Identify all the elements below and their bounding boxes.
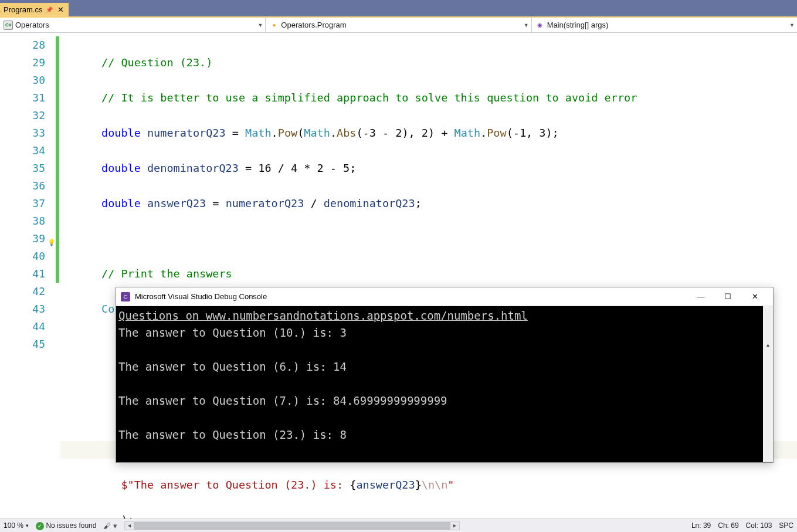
maximize-button[interactable]: ☐ (714, 288, 741, 306)
csharp-icon: C# (4, 21, 13, 30)
scroll-left-icon[interactable]: ◄ (125, 523, 134, 528)
chevron-down-icon[interactable]: ▼ (257, 22, 263, 28)
code-editor[interactable]: 28293031 32333435 36373839 40414243 4445… (0, 33, 797, 519)
status-col[interactable]: Col: 103 (746, 521, 772, 530)
nav-method[interactable]: ◉ Main(string[] args) ▼ (532, 18, 797, 32)
status-line[interactable]: Ln: 39 (691, 521, 711, 530)
line-numbers: 28293031 32333435 36373839 40414243 4445 (0, 33, 56, 519)
method-icon: ◉ (535, 21, 545, 30)
scroll-up-icon[interactable]: ▲ (763, 340, 773, 350)
chevron-down-icon[interactable]: ▼ (524, 22, 529, 28)
nav-namespace[interactable]: C# Operators ▼ (0, 18, 266, 32)
nav-namespace-label: Operators (15, 21, 49, 29)
tab-label: Program.cs (4, 5, 42, 14)
tab-program[interactable]: Program.cs 📌 ✕ (0, 3, 69, 16)
close-icon[interactable]: ✕ (56, 5, 65, 14)
class-icon: 🔸 (269, 21, 279, 30)
console-icon: C (121, 292, 130, 301)
status-ins[interactable]: SPC (779, 521, 793, 530)
pin-icon[interactable]: 📌 (46, 6, 53, 13)
check-icon: ✓ (36, 522, 44, 530)
nav-class-label: Operators.Program (281, 21, 346, 29)
console-output[interactable]: Questions on www.numbersandnotations.app… (116, 306, 773, 462)
debug-console-window[interactable]: C Microsoft Visual Studio Debug Console … (116, 287, 774, 463)
change-indicator (56, 33, 60, 519)
nav-class[interactable]: 🔸 Operators.Program ▼ (266, 18, 531, 32)
horizontal-scrollbar[interactable]: ◄ ► (124, 521, 460, 530)
status-bar: 100 % ▾ ✓ No issues found 🖌 ▾ ◄ ► Ln: 39… (0, 519, 797, 532)
console-title: Microsoft Visual Studio Debug Console (135, 292, 683, 301)
tab-bar: Program.cs 📌 ✕ (0, 0, 797, 16)
close-button[interactable]: ✕ (741, 288, 768, 306)
console-scrollbar[interactable]: ▲ ▼ (763, 306, 773, 462)
scroll-right-icon[interactable]: ► (450, 523, 459, 528)
issues-status[interactable]: ✓ No issues found (36, 521, 96, 530)
nav-method-label: Main(string[] args) (547, 21, 609, 29)
minimize-button[interactable]: — (687, 288, 714, 306)
breadcrumb-bar: C# Operators ▼ 🔸 Operators.Program ▼ ◉ M… (0, 18, 797, 33)
console-titlebar[interactable]: C Microsoft Visual Studio Debug Console … (116, 287, 773, 306)
zoom-level[interactable]: 100 % ▾ (4, 521, 29, 530)
brush-icon[interactable]: 🖌 ▾ (103, 521, 117, 530)
chevron-down-icon[interactable]: ▼ (789, 22, 795, 28)
status-char[interactable]: Ch: 69 (718, 521, 738, 530)
